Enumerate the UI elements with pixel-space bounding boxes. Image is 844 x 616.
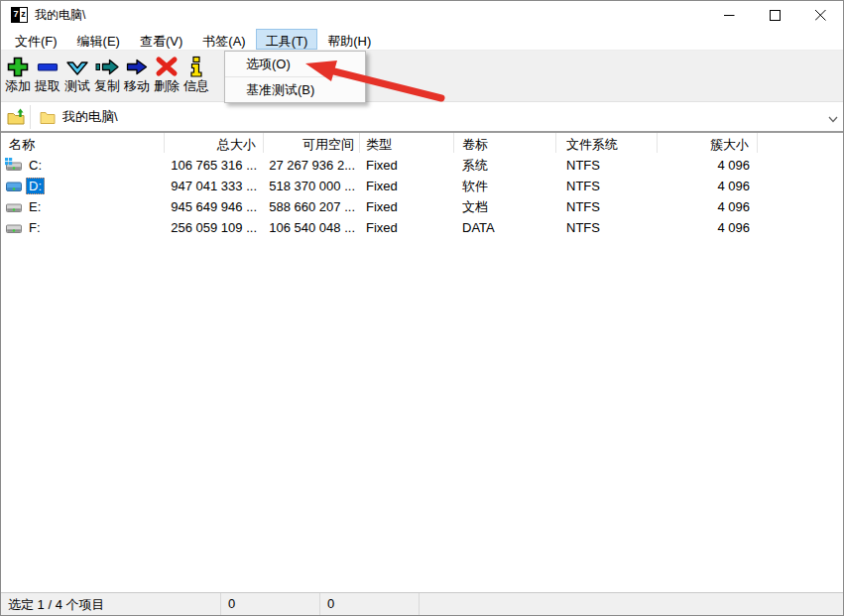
menu-item-benchmark[interactable]: 基准测试(B): [225, 77, 365, 102]
drive-volume-label: 软件: [454, 178, 556, 195]
column-header-cluster-size[interactable]: 簇大小: [658, 133, 758, 153]
drive-cluster-size: 4 096: [658, 199, 758, 214]
menu-tools[interactable]: 工具(T): [256, 29, 318, 50]
drive-row-c[interactable]: C: 106 765 316 ... 27 267 936 2... Fixed…: [1, 155, 843, 176]
add-plus-icon: [5, 55, 31, 78]
toolbar: 添加 提取 测试 复制 移动: [1, 51, 843, 102]
drive-volume-label: 文档: [454, 198, 556, 216]
column-header-filler: [758, 133, 843, 153]
drive-icon: [5, 179, 23, 194]
menu-edit[interactable]: 编辑(E): [67, 29, 130, 50]
drive-free-space: 588 660 207 ...: [264, 199, 360, 214]
chevron-down-icon[interactable]: [827, 112, 839, 127]
delete-label: 删除: [154, 78, 180, 94]
drive-icon: [5, 220, 23, 236]
drive-file-system: NTFS: [556, 220, 658, 235]
drive-type: Fixed: [360, 158, 454, 173]
drive-total-size: 256 059 109 ...: [165, 220, 264, 235]
address-combobox[interactable]: 我的电脑\: [31, 104, 843, 130]
addressbar: 我的电脑\: [1, 102, 843, 131]
7zip-app-icon: 7z: [11, 7, 28, 23]
drive-list: C: 106 765 316 ... 27 267 936 2... Fixed…: [1, 153, 843, 590]
drive-free-space: 27 267 936 2...: [264, 158, 360, 173]
statusbar: 选定 1 / 4 个项目 0 0: [1, 592, 843, 615]
drive-name: E:: [26, 198, 44, 215]
menu-item-options[interactable]: 选项(O): [225, 52, 365, 76]
drive-free-space: 518 370 000 ...: [264, 179, 360, 193]
drive-cluster-size: 4 096: [658, 158, 758, 173]
delete-x-icon: [154, 55, 180, 78]
folder-icon: [40, 110, 56, 124]
drive-name: F:: [26, 219, 44, 236]
close-icon: [815, 10, 826, 21]
column-header-free-space[interactable]: 可用空间: [264, 133, 360, 153]
menu-bookmarks[interactable]: 书签(A): [192, 29, 255, 50]
drive-free-space: 106 540 048 ...: [264, 220, 360, 235]
delete-button[interactable]: 删除: [152, 51, 181, 101]
drive-type: Fixed: [360, 179, 454, 193]
test-button[interactable]: 测试: [62, 51, 92, 101]
add-label: 添加: [5, 78, 31, 94]
column-header-total-size[interactable]: 总大小: [165, 133, 264, 153]
maximize-button[interactable]: [752, 1, 797, 29]
column-header-file-system[interactable]: 文件系统: [556, 133, 658, 153]
info-button[interactable]: 信息: [181, 51, 211, 101]
minimize-button[interactable]: [706, 1, 752, 29]
copy-button[interactable]: 复制: [92, 51, 122, 101]
folder-up-icon: [7, 108, 26, 125]
move-button[interactable]: 移动: [122, 51, 152, 101]
drive-volume-label: 系统: [454, 157, 556, 175]
address-path: 我的电脑\: [62, 108, 118, 126]
status-field-2: 0: [221, 593, 320, 615]
column-header-volume-label[interactable]: 卷标: [454, 133, 556, 153]
drive-type: Fixed: [360, 199, 454, 214]
window-controls: [706, 1, 843, 29]
extract-label: 提取: [35, 78, 60, 94]
drive-name-selected: D:: [26, 178, 45, 194]
info-label: 信息: [183, 78, 209, 94]
test-check-icon: [64, 55, 90, 78]
move-arrow-icon: [124, 55, 150, 78]
close-button[interactable]: [797, 1, 843, 29]
drive-file-system: NTFS: [556, 199, 658, 214]
window-title: 我的电脑\: [35, 7, 706, 24]
status-field-4: [420, 593, 843, 615]
add-button[interactable]: 添加: [3, 51, 33, 101]
7zip-file-manager-window: 7z 我的电脑\ 文件(F) 编辑(E) 查看(V) 书签(A) 工具(T) 帮…: [0, 0, 844, 616]
drive-total-size: 106 765 316 ...: [165, 158, 264, 173]
column-header-name[interactable]: 名称: [1, 133, 165, 153]
info-icon: [183, 55, 209, 78]
drive-cluster-size: 4 096: [658, 220, 758, 235]
copy-label: 复制: [94, 78, 120, 94]
copy-arrow-icon: [94, 55, 120, 78]
drive-row-f[interactable]: F: 256 059 109 ... 106 540 048 ... Fixed…: [1, 217, 843, 238]
maximize-icon: [770, 10, 781, 21]
system-drive-icon: [5, 158, 23, 174]
menu-file[interactable]: 文件(F): [5, 29, 67, 50]
menu-help[interactable]: 帮助(H): [317, 29, 381, 50]
drive-type: Fixed: [360, 220, 454, 235]
tools-dropdown-menu: 选项(O) 基准测试(B): [224, 51, 366, 103]
column-header-type[interactable]: 类型: [360, 133, 454, 153]
drive-file-system: NTFS: [556, 179, 658, 193]
extract-button[interactable]: 提取: [33, 51, 62, 101]
status-selection: 选定 1 / 4 个项目: [1, 593, 221, 615]
app-icon-z: z: [20, 8, 27, 22]
drive-row-d-selected[interactable]: D: 947 041 333 ... 518 370 000 ... Fixed…: [1, 176, 843, 196]
menubar: 文件(F) 编辑(E) 查看(V) 书签(A) 工具(T) 帮助(H): [1, 29, 843, 51]
extract-minus-icon: [35, 55, 60, 78]
menu-view[interactable]: 查看(V): [130, 29, 192, 50]
drive-total-size: 947 041 333 ...: [165, 179, 264, 193]
app-icon-7: 7: [12, 8, 20, 22]
drive-row-e[interactable]: E: 945 649 946 ... 588 660 207 ... Fixed…: [1, 196, 843, 217]
drive-volume-label: DATA: [454, 220, 556, 235]
minimize-icon: [724, 10, 735, 21]
move-label: 移动: [124, 78, 150, 94]
titlebar: 7z 我的电脑\: [1, 1, 843, 29]
drive-cluster-size: 4 096: [658, 179, 758, 193]
drive-file-system: NTFS: [556, 158, 658, 173]
test-label: 测试: [64, 78, 90, 94]
drive-name: C:: [26, 157, 45, 174]
drive-total-size: 945 649 946 ...: [165, 199, 264, 214]
up-one-level-button[interactable]: [3, 104, 29, 130]
